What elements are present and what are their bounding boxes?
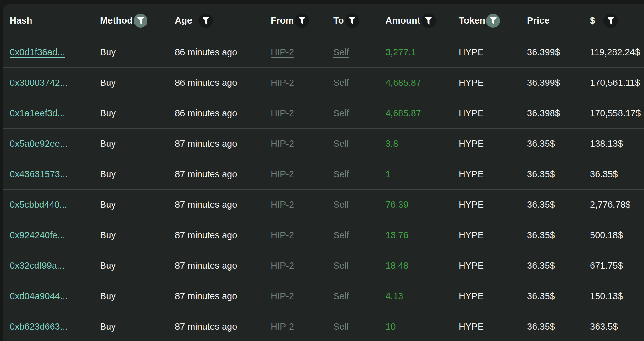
cell-hash: 0xb623d663... — [10, 322, 100, 332]
tx-hash-link[interactable]: 0x43631573... — [10, 169, 68, 179]
usd-value: 671.75$ — [590, 261, 623, 271]
table-row: 0x5cbbd440...Buy87 minutes agoHIP-2Self7… — [3, 189, 644, 220]
cell-hash: 0x43631573... — [10, 169, 100, 179]
from-filter-icon[interactable] — [295, 14, 309, 28]
from-address-link[interactable]: HIP-2 — [271, 200, 294, 210]
table-row: 0x5a0e92ee...Buy87 minutes agoHIP-2Self3… — [3, 128, 644, 159]
from-address-link[interactable]: HIP-2 — [271, 261, 294, 271]
tx-hash-link[interactable]: 0x5a0e92ee... — [10, 139, 68, 149]
price-value: 36.35$ — [527, 139, 555, 149]
from-address-link[interactable]: HIP-2 — [271, 108, 294, 118]
cell-price: 36.398$ — [527, 108, 590, 118]
to-address-link[interactable]: Self — [333, 139, 349, 149]
cell-token: HYPE — [459, 322, 527, 332]
to-address-link[interactable]: Self — [333, 108, 349, 118]
from-address-link[interactable]: HIP-2 — [271, 291, 294, 301]
from-address-link[interactable]: HIP-2 — [271, 47, 294, 57]
token-filter-icon[interactable] — [486, 14, 500, 28]
token-value: HYPE — [459, 169, 484, 179]
tx-hash-link[interactable]: 0x1a1eef3d... — [10, 108, 65, 118]
cell-usd: 36.35$ — [590, 169, 644, 179]
method-filter-icon[interactable] — [134, 14, 147, 28]
column-label-hash: Hash — [10, 15, 32, 26]
price-value: 36.35$ — [527, 230, 555, 240]
cell-usd: 2,776.78$ — [590, 200, 644, 210]
cell-to: Self — [333, 322, 386, 332]
cell-method: Buy — [100, 78, 175, 88]
to-address-link[interactable]: Self — [333, 261, 349, 271]
from-address-link[interactable]: HIP-2 — [271, 139, 294, 149]
tx-hash-link[interactable]: 0x30003742... — [10, 78, 68, 88]
token-value: HYPE — [459, 47, 484, 57]
tx-hash-link[interactable]: 0x0d1f36ad... — [10, 47, 65, 57]
tx-hash-link[interactable]: 0x5cbbd440... — [10, 200, 67, 210]
table-row: 0x32cdf99a...Buy87 minutes agoHIP-2Self1… — [3, 250, 644, 281]
column-header-amount: Amount — [386, 14, 459, 28]
funnel-icon — [424, 16, 433, 25]
table-row: 0x0d1f36ad...Buy86 minutes agoHIP-2Self3… — [3, 37, 644, 67]
column-label-from: From — [271, 15, 294, 26]
price-value: 36.35$ — [527, 322, 555, 332]
cell-from: HIP-2 — [271, 261, 333, 271]
to-address-link[interactable]: Self — [333, 291, 349, 301]
cell-amount: 1 — [386, 169, 459, 179]
to-address-link[interactable]: Self — [333, 47, 349, 57]
cell-usd: 119,282.24$ — [590, 47, 644, 58]
cell-method: Buy — [100, 108, 175, 118]
token-value: HYPE — [459, 139, 484, 149]
age-filter-icon[interactable] — [198, 14, 213, 28]
cell-token: HYPE — [459, 78, 527, 88]
to-address-link[interactable]: Self — [333, 78, 349, 88]
cell-age: 86 minutes ago — [175, 47, 271, 58]
method-value: Buy — [100, 78, 116, 88]
cell-from: HIP-2 — [271, 47, 333, 58]
price-value: 36.35$ — [527, 291, 555, 301]
cell-token: HYPE — [459, 139, 527, 149]
age-value: 86 minutes ago — [175, 108, 237, 118]
from-address-link[interactable]: HIP-2 — [271, 169, 294, 179]
cell-usd: 170,561.11$ — [590, 78, 644, 88]
tx-hash-link[interactable]: 0x924240fe... — [10, 230, 65, 240]
cell-method: Buy — [100, 261, 175, 271]
column-label-to: To — [333, 15, 344, 26]
amount-filter-icon[interactable] — [421, 14, 436, 28]
cell-price: 36.35$ — [527, 139, 590, 149]
cell-price: 36.35$ — [527, 169, 590, 179]
cell-token: HYPE — [459, 230, 527, 240]
cell-method: Buy — [100, 47, 175, 58]
age-value: 87 minutes ago — [175, 261, 237, 271]
cell-hash: 0xd04a9044... — [10, 291, 100, 301]
usd-value: 119,282.24$ — [590, 47, 640, 57]
cell-method: Buy — [100, 200, 175, 210]
cell-price: 36.35$ — [527, 230, 590, 240]
column-label-amount: Amount — [386, 15, 420, 26]
amount-value: 1 — [386, 169, 391, 179]
to-address-link[interactable]: Self — [333, 169, 349, 179]
tx-hash-link[interactable]: 0x32cdf99a... — [10, 261, 64, 271]
cell-amount: 18.48 — [386, 261, 459, 271]
funnel-icon — [298, 16, 306, 25]
tx-hash-link[interactable]: 0xd04a9044... — [10, 291, 68, 301]
cell-age: 87 minutes ago — [175, 291, 271, 301]
column-header-price: Price — [527, 15, 590, 26]
to-address-link[interactable]: Self — [333, 322, 349, 332]
table-body: 0x0d1f36ad...Buy86 minutes agoHIP-2Self3… — [3, 37, 644, 341]
from-address-link[interactable]: HIP-2 — [271, 322, 294, 332]
cell-hash: 0x30003742... — [10, 78, 100, 88]
to-filter-icon[interactable] — [345, 14, 359, 28]
to-address-link[interactable]: Self — [333, 200, 349, 210]
age-value: 87 minutes ago — [175, 139, 237, 149]
to-address-link[interactable]: Self — [333, 230, 349, 240]
from-address-link[interactable]: HIP-2 — [271, 78, 294, 88]
cell-hash: 0x0d1f36ad... — [10, 47, 100, 58]
token-value: HYPE — [459, 78, 484, 88]
cell-from: HIP-2 — [271, 322, 333, 332]
usd-value: 500.18$ — [590, 230, 623, 240]
tx-hash-link[interactable]: 0xb623d663... — [10, 322, 68, 332]
cell-usd: 500.18$ — [590, 230, 644, 240]
column-header-method: Method — [100, 14, 175, 28]
column-header-age: Age — [175, 14, 271, 28]
from-address-link[interactable]: HIP-2 — [271, 230, 294, 240]
usd-filter-icon[interactable] — [603, 14, 618, 28]
cell-from: HIP-2 — [271, 139, 333, 149]
